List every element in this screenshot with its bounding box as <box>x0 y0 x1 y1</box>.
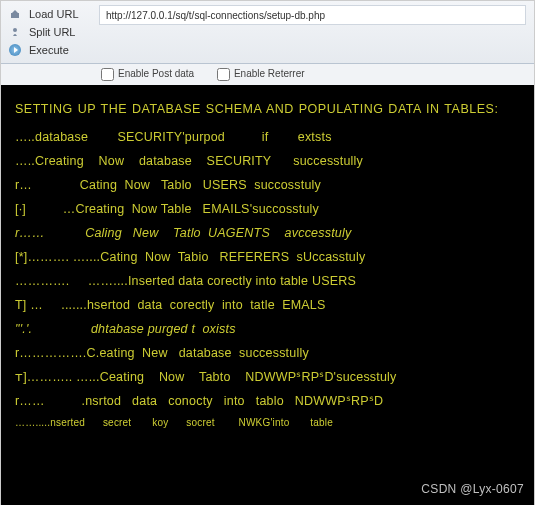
output-line: …………. ……....Inserted data corectly into … <box>15 271 520 291</box>
output-title: SETTING UP THE DATABASE SCHEMA AND POPUL… <box>15 99 520 119</box>
output-line: r…… Caling New Tatlo UAGENTS avccesstuly <box>15 223 520 243</box>
load-url-button[interactable]: Load URL <box>29 8 99 20</box>
svg-point-1 <box>13 28 17 32</box>
execute-button[interactable]: Execute <box>29 44 99 56</box>
url-toolbar: Load URL Split URL Execute <box>1 1 534 64</box>
enable-referrer-checkbox[interactable]: Enable Reterrer <box>217 68 305 79</box>
output-line: "'.'. dhtabase purged t oxists <box>15 319 520 339</box>
options-row: Enable Post data Enable Reterrer <box>1 64 534 85</box>
svg-rect-0 <box>11 13 19 18</box>
execute-icon <box>9 44 21 56</box>
output-line: ᴛ]……….. …...Ceating Now Tabto NDWWPˢRPˢD… <box>15 367 520 387</box>
output-line: [*]………. …....Cating Now Tabio REFERERS s… <box>15 247 520 267</box>
output-line: r… Cating Now Tablo USERS succosstuly <box>15 175 520 195</box>
output-line: …..database SECURITY'purpod if extsts <box>15 127 520 147</box>
split-url-icon <box>9 26 21 38</box>
output-line: …….....nserted secret koy socret NWKG'in… <box>15 415 520 431</box>
load-url-icon <box>9 8 21 20</box>
split-url-button[interactable]: Split URL <box>29 26 99 38</box>
output-line: …..Creating Now database SECURITY succes… <box>15 151 520 171</box>
enable-post-checkbox[interactable]: Enable Post data <box>101 68 194 79</box>
output-line: r…………….C.eating New database successtull… <box>15 343 520 363</box>
output-line: r…… .nsrtod data conocty into tablo NDWW… <box>15 391 520 411</box>
output-panel: SETTING UP THE DATABASE SCHEMA AND POPUL… <box>1 85 534 505</box>
output-line: T] … .......hsertod data corectly into t… <box>15 295 520 315</box>
output-line: [·] …Creating Now Table EMAILS'succosstu… <box>15 199 520 219</box>
url-input[interactable] <box>99 5 526 25</box>
watermark: CSDN @Lyx-0607 <box>421 480 524 499</box>
